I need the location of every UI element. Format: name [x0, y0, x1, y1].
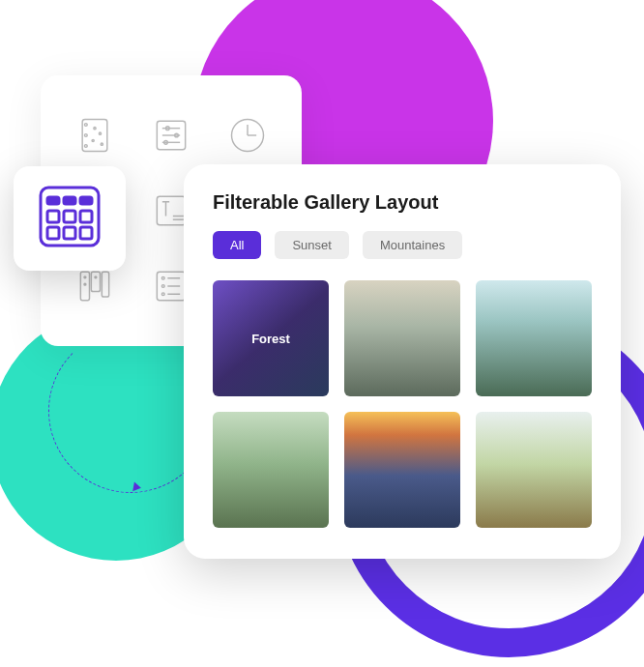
gallery-title: Filterable Gallery Layout — [213, 191, 592, 214]
svg-rect-54 — [64, 211, 75, 222]
svg-point-3 — [85, 145, 88, 148]
svg-point-7 — [102, 143, 103, 145]
svg-point-6 — [92, 139, 94, 141]
svg-point-35 — [95, 276, 97, 278]
gallery-item-label: Forest — [251, 332, 290, 346]
gallery-item-sunset[interactable] — [344, 412, 460, 528]
svg-point-39 — [161, 285, 164, 288]
svg-point-41 — [161, 293, 164, 296]
filter-all-button[interactable]: All — [213, 231, 261, 259]
svg-rect-32 — [102, 272, 109, 297]
svg-point-5 — [100, 132, 102, 134]
svg-rect-0 — [82, 120, 107, 152]
bg-arc-arrow-icon — [132, 481, 142, 492]
svg-point-1 — [85, 124, 88, 127]
grid-icon-card[interactable] — [14, 166, 126, 271]
svg-point-2 — [85, 134, 88, 137]
svg-rect-58 — [80, 227, 92, 239]
svg-rect-52 — [80, 197, 92, 204]
svg-point-33 — [84, 276, 86, 278]
svg-point-37 — [161, 276, 164, 279]
svg-rect-23 — [157, 196, 185, 224]
grid-icon — [35, 182, 104, 255]
svg-rect-56 — [47, 227, 59, 239]
clock-icon[interactable] — [220, 106, 275, 164]
svg-rect-57 — [64, 227, 75, 239]
gallery-item-forest[interactable]: Forest — [213, 280, 329, 396]
svg-rect-55 — [80, 211, 92, 222]
svg-rect-51 — [64, 197, 75, 204]
gallery-item-savanna[interactable] — [476, 412, 592, 528]
gallery-card: Filterable Gallery Layout All Sunset Mou… — [184, 164, 621, 559]
gallery-item-waterfall[interactable] — [476, 280, 592, 396]
svg-point-34 — [84, 283, 86, 285]
svg-rect-53 — [47, 211, 59, 222]
svg-rect-50 — [47, 197, 59, 204]
svg-point-4 — [94, 128, 96, 130]
notebook-icon[interactable] — [68, 106, 123, 164]
gallery-item-clouds[interactable] — [344, 280, 460, 396]
gallery-item-horse[interactable] — [213, 412, 329, 528]
filter-sunset-button[interactable]: Sunset — [275, 231, 348, 259]
svg-rect-31 — [92, 272, 101, 291]
gallery-grid: Forest — [213, 280, 592, 528]
filter-row: All Sunset Mountaines — [213, 231, 592, 259]
sliders-icon[interactable] — [144, 106, 199, 164]
filter-mountaines-button[interactable]: Mountaines — [363, 231, 462, 259]
